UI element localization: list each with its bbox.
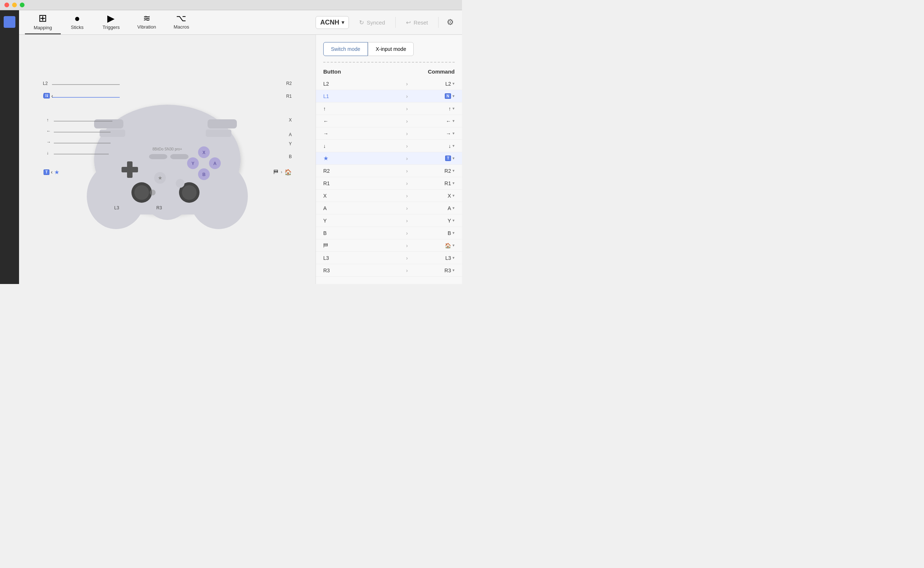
tab-vibration[interactable]: ≋ Vibration (129, 10, 165, 35)
table-row[interactable]: L1 › N ▾ (316, 90, 462, 103)
table-row[interactable]: → › → ▾ (316, 127, 462, 140)
tab-sticks[interactable]: ● Sticks (61, 10, 94, 35)
row-command-a: A ▾ (411, 205, 455, 211)
reset-icon: ↩ (406, 19, 411, 26)
row-arrow: › (406, 218, 408, 224)
label-x: X (289, 118, 292, 122)
tab-triggers-label: Triggers (103, 24, 120, 30)
row-command-up: ↑ ▾ (411, 106, 455, 112)
sync-icon: ↻ (359, 19, 364, 26)
tab-macros[interactable]: ⌥ Macros (165, 10, 198, 35)
table-row[interactable]: X › X ▾ (316, 190, 462, 202)
mapping-icon: ⊞ (38, 13, 47, 23)
row-command-y: Y ▾ (411, 218, 455, 224)
table-row[interactable]: B › B ▾ (316, 227, 462, 239)
row-button-up: ↑ (323, 106, 403, 112)
svg-point-27 (150, 190, 156, 195)
svg-text:X: X (203, 150, 206, 155)
row-arrow: › (406, 156, 408, 162)
xinput-mode-button[interactable]: X-input mode (368, 42, 414, 56)
tab-triggers[interactable]: ▶ Triggers (94, 10, 129, 35)
svg-point-15 (182, 185, 197, 200)
table-row[interactable]: ⛿ › 🏠 ▾ (316, 239, 462, 252)
label-r3: R3 (156, 205, 162, 210)
table-row[interactable]: L3 › L3 ▾ (316, 252, 462, 264)
row-command-l2: L2 ▾ (411, 81, 455, 87)
content-area: 8BitDo SN30 pro+ X (19, 35, 462, 284)
table-row[interactable]: ↑ › ↑ ▾ (316, 103, 462, 115)
row-command-b: B ▾ (411, 230, 455, 236)
row-command-l1: N ▾ (411, 93, 455, 99)
row-arrow: › (406, 243, 408, 249)
table-row[interactable]: ← › ← ▾ (316, 115, 462, 127)
maximize-button[interactable] (20, 3, 24, 7)
checkered-icon: ⛿ (323, 243, 328, 249)
row-button-r3: R3 (323, 267, 403, 273)
table-row[interactable]: A › A ▾ (316, 202, 462, 215)
table-row[interactable]: ↓ › ↓ ▾ (316, 140, 462, 152)
table-row[interactable]: R2 › R2 ▾ (316, 165, 462, 177)
dropdown-icon: ▾ (452, 94, 455, 98)
row-arrow: › (406, 255, 408, 261)
dropdown-icon: ▾ (452, 81, 455, 86)
row-button-b: B (323, 230, 403, 236)
row-command-left: ← ▾ (411, 118, 455, 124)
table-row[interactable]: Y › Y ▾ (316, 215, 462, 227)
switch-mode-button[interactable]: Switch mode (323, 42, 368, 56)
table-row[interactable]: R1 › R1 ▾ (316, 177, 462, 190)
row-button-down: ↓ (323, 143, 403, 149)
row-arrow: › (406, 193, 408, 199)
nav-tabs: ⊞ Mapping ● Sticks ▶ Triggers ≋ Vibratio… (25, 10, 316, 35)
svg-text:B: B (203, 172, 206, 177)
row-command-l3: L3 ▾ (411, 255, 455, 261)
label-right: → (47, 139, 51, 145)
nav-right: ACNH ▾ ↻ Synced ↩ Reset ⚙ (316, 15, 456, 29)
tab-vibration-label: Vibration (137, 24, 156, 30)
tab-macros-label: Macros (174, 24, 189, 30)
sticks-icon: ● (74, 14, 80, 23)
table-header: Button Command (316, 68, 462, 75)
row-button-l2: L2 (323, 81, 403, 87)
tab-mapping[interactable]: ⊞ Mapping (25, 10, 61, 35)
minimize-button[interactable] (12, 3, 17, 7)
divider (395, 17, 396, 28)
synced-button[interactable]: ↻ Synced (355, 17, 390, 28)
reset-label: Reset (414, 20, 428, 26)
label-y: Y (289, 141, 292, 147)
col-command-header: Command (396, 68, 455, 75)
profile-selector[interactable]: ACNH ▾ (316, 16, 349, 29)
svg-rect-6 (206, 130, 231, 137)
row-arrow: › (406, 106, 408, 112)
t-badge-command: T (445, 156, 451, 161)
row-button-x: X (323, 193, 403, 199)
dropdown-icon: ▾ (452, 168, 455, 173)
row-button-star: ★ (323, 155, 403, 162)
row-command-r3: R3 ▾ (411, 267, 455, 273)
home-icon: 🏠 (445, 243, 451, 249)
svg-point-26 (176, 179, 184, 188)
table-row[interactable]: R3 › R3 ▾ (316, 264, 462, 277)
row-arrow: › (406, 168, 408, 174)
left-badges: T ‹ ★ (44, 169, 59, 176)
table-row[interactable]: L2 › L2 ▾ (316, 78, 462, 90)
row-arrow: › (406, 143, 408, 149)
svg-text:Y: Y (192, 161, 194, 166)
dropdown-icon: ▾ (452, 144, 455, 148)
row-button-special: ⛿ (323, 243, 403, 249)
label-left: ← (47, 128, 51, 134)
dropdown-icon: ▾ (452, 181, 455, 186)
row-button-l1: L1 (323, 93, 403, 99)
close-button[interactable] (5, 3, 9, 7)
label-down: ↓ (47, 150, 49, 156)
macros-icon: ⌥ (176, 14, 186, 23)
svg-rect-8 (170, 154, 189, 159)
table-row[interactable]: ★ › T ▾ (316, 152, 462, 165)
chevron-down-icon: ▾ (342, 20, 344, 25)
row-arrow: › (406, 131, 408, 136)
settings-button[interactable]: ⚙ (445, 15, 456, 29)
reset-button[interactable]: ↩ Reset (402, 17, 433, 28)
row-arrow: › (406, 81, 408, 87)
label-l2: L2 (43, 81, 48, 86)
tab-sticks-label: Sticks (71, 24, 84, 30)
label-r2: R2 (286, 81, 292, 86)
